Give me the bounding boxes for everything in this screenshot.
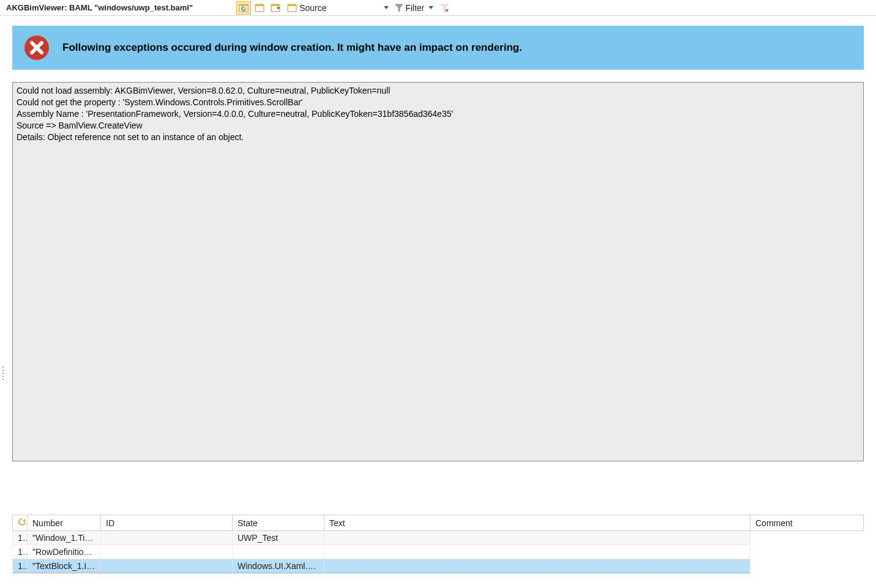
window-export-icon	[271, 4, 280, 12]
cell-number: 15	[13, 531, 28, 545]
clear-filter-button[interactable]	[437, 1, 452, 15]
error-banner: Following exceptions occured during wind…	[12, 26, 864, 70]
refresh-icon	[239, 4, 249, 12]
cell-comment	[324, 545, 751, 559]
refresh-toolbar-button[interactable]	[236, 1, 251, 15]
window-toolbar-button-1[interactable]	[252, 1, 267, 15]
cell-text: Windows.UI.Xaml.Controls.TextBlock	[233, 559, 324, 573]
window-icon	[287, 4, 297, 12]
svg-rect-5	[271, 4, 280, 6]
resources-grid-panel: Number ID State Text Comment 15"Window_1…	[12, 515, 864, 588]
column-header-text[interactable]: Text	[324, 515, 751, 531]
error-banner-message: Following exceptions occured during wind…	[62, 42, 522, 54]
error-icon	[23, 34, 50, 61]
cell-id: "RowDefinition_1"	[28, 545, 101, 559]
resources-grid[interactable]: Number ID State Text Comment 15"Window_1…	[12, 515, 864, 573]
cell-state	[101, 531, 233, 545]
table-row[interactable]: 15"Window_1.Title"UWP_Test	[13, 531, 864, 545]
svg-rect-3	[255, 4, 264, 6]
cell-id: "TextBlock_1.InitialTypeName"	[28, 559, 101, 573]
grid-refresh-button[interactable]	[13, 515, 28, 531]
column-header-comment[interactable]: Comment	[751, 515, 864, 531]
source-dropdown[interactable]: Source	[286, 1, 390, 15]
column-header-id[interactable]: ID	[101, 515, 233, 531]
column-header-state[interactable]: State	[233, 515, 324, 531]
source-dropdown-label: Source	[299, 3, 326, 13]
cell-text	[233, 545, 324, 559]
window-icon	[255, 4, 264, 12]
cell-comment	[324, 531, 751, 545]
chevron-down-icon	[384, 6, 389, 9]
window-toolbar-button-2[interactable]	[268, 1, 283, 15]
chevron-down-icon	[429, 6, 433, 9]
toolbar: AKGBimViewer: BAML "windows/uwp_test.bam…	[0, 0, 876, 16]
cell-number: 16	[13, 545, 28, 559]
table-row[interactable]: 16"RowDefinition_1"	[13, 545, 864, 559]
cell-id: "Window_1.Title"	[28, 531, 101, 545]
column-header-number[interactable]: Number	[28, 515, 101, 531]
cell-state	[101, 559, 233, 573]
grid-header-row: Number ID State Text Comment	[13, 515, 864, 531]
cell-state	[101, 545, 233, 559]
exception-details-textbox[interactable]: Could not load assembly: AKGBimViewer, V…	[12, 82, 864, 461]
svg-rect-1	[239, 4, 248, 6]
cell-comment	[324, 559, 751, 573]
vertical-splitter-grip[interactable]	[1, 349, 5, 398]
refresh-icon	[18, 518, 26, 526]
table-row[interactable]: 17"TextBlock_1.InitialTypeName"Windows.U…	[13, 559, 864, 573]
filter-dropdown[interactable]: Filter	[395, 3, 433, 13]
svg-rect-7	[288, 4, 296, 6]
funnel-icon	[395, 4, 403, 12]
filter-dropdown-label: Filter	[405, 3, 424, 13]
document-tab[interactable]: AKGBimViewer: BAML "windows/uwp_test.bam…	[2, 1, 199, 14]
cell-number: 17	[13, 559, 28, 573]
funnel-clear-icon	[440, 4, 449, 12]
cell-text: UWP_Test	[233, 531, 324, 545]
